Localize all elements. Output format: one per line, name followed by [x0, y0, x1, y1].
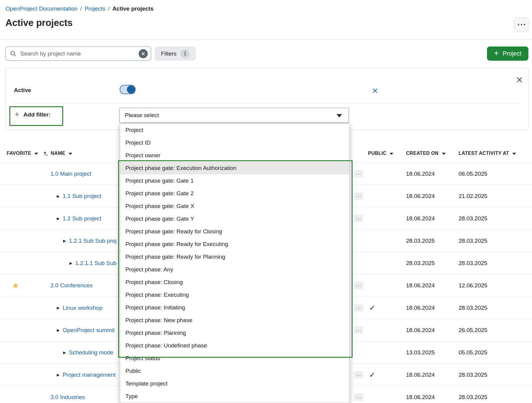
row-more-actions-button[interactable]: … [354, 304, 363, 312]
project-name-cell: 2.0 Conferences [50, 274, 92, 296]
latest-activity-value: 21.02.2025 [459, 185, 487, 207]
expand-triangle-icon[interactable]: ▶ [57, 306, 60, 310]
column-header-name-label: NAME [51, 151, 65, 156]
project-name-link[interactable]: Project management [63, 372, 115, 378]
row-actions-cell: … [354, 386, 363, 403]
project-name-link[interactable]: 1.2.1.1 Sub Sub [75, 260, 116, 267]
dropdown-option[interactable]: Project owner [120, 149, 349, 162]
active-filter-toggle[interactable] [120, 85, 136, 94]
row-more-actions-button[interactable]: … [354, 371, 363, 379]
row-actions-cell: … [354, 364, 363, 386]
filter-select-placeholder: Please select [125, 112, 159, 119]
expand-triangle-icon[interactable]: ▶ [57, 194, 60, 198]
row-more-actions-button[interactable]: … [354, 170, 363, 178]
filters-panel-close-button[interactable] [516, 76, 523, 83]
latest-activity-value: 26.05.2025 [459, 319, 487, 341]
column-header-favorite[interactable]: FAVORITE [7, 144, 38, 162]
latest-activity-value: 06.05.2025 [459, 163, 487, 185]
breadcrumb-link-docs[interactable]: OpenProject Documentation [5, 5, 78, 12]
project-name-link[interactable]: Linux workshop [63, 305, 102, 311]
dropdown-option[interactable]: Project phase gate: Gate 2 [120, 187, 349, 200]
column-header-public[interactable]: PUBLIC [368, 144, 393, 162]
row-more-actions-button[interactable]: … [354, 282, 363, 289]
column-header-created-on[interactable]: CREATED ON [406, 144, 446, 162]
dropdown-option[interactable]: Project phase gate: Gate 1 [120, 174, 349, 187]
dropdown-option[interactable]: Project phase gate: Gate X [120, 200, 349, 213]
created-on-value: 18.06.2024 [406, 386, 435, 403]
search-input[interactable] [20, 50, 139, 57]
kebab-icon [521, 24, 522, 25]
favorite-star-icon[interactable]: ★ [12, 282, 19, 289]
dropdown-option[interactable]: Project phase: Executing [120, 289, 349, 301]
project-name-link[interactable]: 1.2 Sub project [63, 215, 101, 222]
dropdown-option[interactable]: Project phase: Planning [120, 327, 349, 339]
dropdown-option[interactable]: Type [120, 390, 349, 403]
row-more-actions-button[interactable]: … [354, 393, 363, 401]
column-header-name[interactable]: NAME [51, 144, 72, 162]
expand-triangle-icon[interactable]: ▶ [63, 350, 66, 355]
row-more-actions-button[interactable]: … [354, 192, 363, 200]
created-on-value: 28.03.2025 [406, 252, 435, 274]
row-more-actions-button[interactable]: … [354, 215, 363, 222]
dropdown-option[interactable]: Project phase: New phase [120, 314, 349, 327]
dropdown-option[interactable]: Project phase gate: Ready for Executing [120, 238, 349, 251]
search-clear-button[interactable] [139, 49, 148, 58]
latest-activity-value: 12.06.2025 [459, 274, 487, 296]
latest-activity-value: 28.03.2025 [459, 252, 487, 274]
remove-active-filter-button[interactable] [372, 88, 378, 94]
active-projects-page: OpenProject Documentation / Projects / A… [0, 0, 532, 403]
filters-button[interactable]: Filters 1 [155, 46, 196, 61]
chevron-down-icon [34, 153, 38, 155]
project-name-link[interactable]: 1.2.1 Sub Sub proj [69, 238, 116, 244]
expand-triangle-icon[interactable]: ▶ [57, 216, 60, 221]
project-name-cell: ▶1.2.1 Sub Sub proj [63, 230, 117, 252]
dropdown-option[interactable]: Template project [120, 377, 349, 390]
dropdown-option[interactable]: Project phase gate: Execution Authorizat… [120, 162, 349, 174]
project-name-link[interactable]: 1.0 Main project [50, 171, 91, 177]
latest-activity-value: 28.03.2025 [459, 207, 487, 229]
created-on-value: 18.06.2024 [406, 364, 435, 386]
row-more-actions-button[interactable]: … [354, 326, 363, 334]
dropdown-option[interactable]: Project ID [120, 136, 349, 149]
project-search-box [5, 46, 151, 61]
breadcrumb-separator: / [108, 5, 110, 12]
dropdown-option[interactable]: Project [120, 124, 349, 136]
project-name-link[interactable]: Scheduling mode [69, 349, 113, 356]
project-name-link[interactable]: OpenProject summit [63, 327, 114, 334]
dropdown-option[interactable]: Public [120, 365, 349, 377]
dropdown-option[interactable]: Project phase gate: Gate Y [120, 213, 349, 225]
expand-triangle-icon[interactable]: ▶ [63, 239, 66, 243]
breadcrumb-link-projects[interactable]: Projects [85, 5, 105, 12]
dropdown-option[interactable]: Project phase gate: Ready for Closing [120, 225, 349, 238]
dropdown-option[interactable]: Project phase: Closing [120, 276, 349, 289]
created-on-value: 28.03.2025 [406, 230, 435, 252]
more-options-button[interactable] [514, 17, 529, 32]
row-actions-cell: … [354, 207, 363, 229]
project-name-cell: ▶1.2.1.1 Sub Sub [69, 252, 117, 274]
column-header-latest-activity-label: LATEST ACTIVITY AT [459, 151, 509, 156]
row-actions-cell: … [354, 319, 363, 341]
created-on-value: 18.06.2024 [406, 185, 435, 207]
new-project-button-label: Project [503, 50, 521, 57]
project-name-cell: ▶Linux workshop [57, 297, 102, 319]
latest-activity-value: 28.03.2025 [459, 364, 487, 386]
filters-panel-divider [12, 104, 521, 104]
expand-triangle-icon[interactable]: ▶ [57, 373, 60, 377]
expand-triangle-icon[interactable]: ▶ [57, 328, 60, 332]
project-name-link[interactable]: 2.0 Conferences [50, 282, 92, 289]
dropdown-option[interactable]: Project status [120, 352, 349, 365]
filter-attribute-select[interactable]: Please select [119, 108, 349, 123]
dropdown-option[interactable]: Project phase: Undefined phase [120, 339, 349, 352]
created-on-value: 18.06.2024 [406, 207, 435, 229]
chevron-down-icon [337, 114, 342, 117]
filter-attribute-dropdown: ProjectProject IDProject ownerProject ph… [120, 123, 350, 403]
dropdown-option[interactable]: Project phase: Initiating [120, 301, 349, 314]
project-name-link[interactable]: 3.0 Industries [50, 394, 85, 401]
add-filter-button[interactable]: + Add filter: [15, 111, 50, 118]
project-name-link[interactable]: 1.1 Sub project [63, 193, 101, 200]
dropdown-option[interactable]: Project phase: Any [120, 263, 349, 276]
dropdown-option[interactable]: Project phase gate: Ready for Planning [120, 251, 349, 263]
expand-triangle-icon[interactable]: ▶ [69, 261, 72, 265]
column-header-latest-activity[interactable]: LATEST ACTIVITY AT [459, 144, 516, 162]
new-project-button[interactable]: + Project [487, 46, 528, 61]
